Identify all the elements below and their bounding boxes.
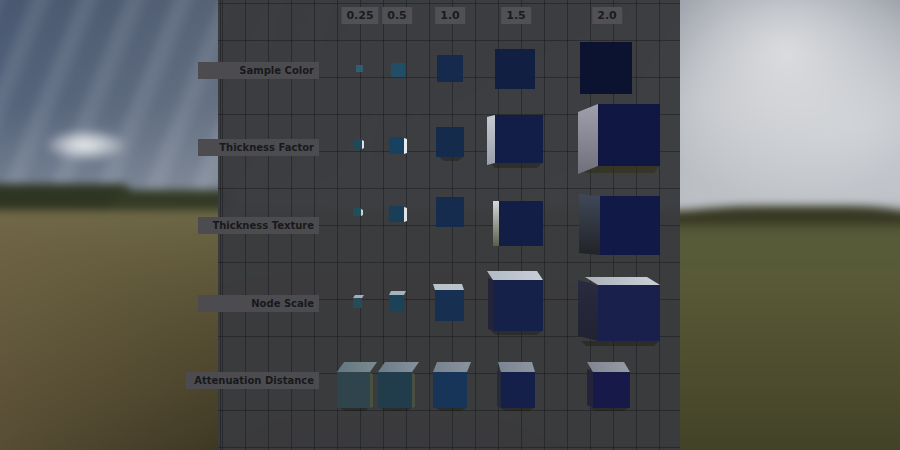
row-label-thickness-factor: Thickness Factor [198,139,319,156]
column-header-1-0: 1.0 [435,7,465,24]
white-cloud [46,130,126,160]
row-label-thickness-texture: Thickness Texture [198,217,319,234]
row-label-sample-color: Sample Color [198,62,319,79]
render-viewport: 0.25 0.5 1.0 1.5 2.0 Sample Color Thickn… [0,0,900,450]
column-header-0-25: 0.25 [341,7,378,24]
row-label-node-scale: Node Scale [198,295,319,312]
column-header-2-0: 2.0 [592,7,622,24]
column-header-1-5: 1.5 [501,7,531,24]
green-field-strip [655,224,900,270]
column-header-0-5: 0.5 [382,7,412,24]
row-label-attenuation-distance: Attenuation Distance [186,372,319,389]
